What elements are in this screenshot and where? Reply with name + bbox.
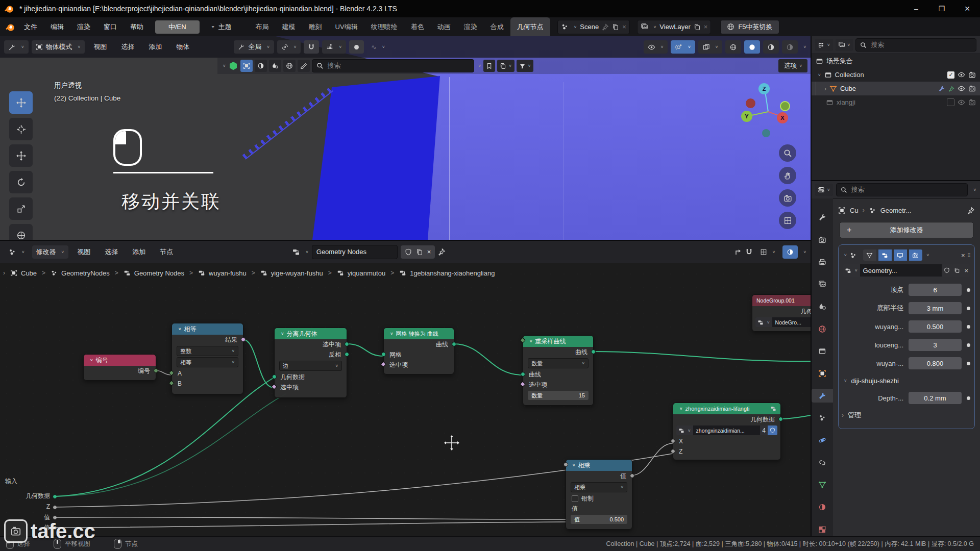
node-mesh-to-curve[interactable]: ∨网格 转换为 曲线 曲线 网格 选中项 [383, 328, 454, 374]
menu-edit[interactable]: 编辑 [44, 22, 70, 32]
menu-render[interactable]: 渲染 [70, 22, 97, 32]
overlays-dropdown[interactable]: ∨ [698, 40, 723, 54]
theme-menu[interactable]: ▼主题 [209, 22, 232, 32]
menu-node[interactable]: 节点 [154, 247, 179, 257]
fake-user-shield-icon[interactable] [768, 425, 777, 435]
node-group-selector[interactable]: ∨ Geometry... × [843, 264, 970, 277]
node-multiply[interactable]: ∨相乘 值 相乘∨ 钳制 值 值0.500 [566, 459, 632, 530]
tool-transform-move[interactable] [9, 144, 33, 167]
tab-scene[interactable] [812, 300, 833, 314]
overlay-toggle[interactable] [782, 245, 798, 259]
unlink-icon[interactable]: × [962, 264, 970, 277]
socket-result[interactable] [241, 337, 246, 342]
eye-icon[interactable] [958, 85, 965, 92]
tab-sculpting[interactable]: 雕刻 [302, 17, 329, 36]
tab-modeling[interactable]: 建模 [276, 17, 302, 36]
equal-op-dropdown[interactable]: 相等∨ [177, 357, 238, 367]
proportional-editing-toggle[interactable] [349, 40, 364, 54]
mode-dropdown[interactable]: 物体模式∨ [32, 40, 85, 54]
tool-cursor[interactable] [9, 118, 33, 140]
animate-dot[interactable] [967, 396, 970, 400]
bookmark-button[interactable] [483, 60, 495, 72]
filter-world-toggle[interactable] [283, 60, 296, 72]
options-dropdown[interactable]: 选项∨ [778, 59, 807, 72]
animate-dot[interactable] [967, 343, 970, 347]
breadcrumb-yige-wuyan-fushu[interactable]: yige-wuyan-fushu [260, 269, 323, 277]
toggle-edit-mode[interactable] [878, 249, 892, 261]
node-resample-curve[interactable]: ∨重采样曲线 曲线 数量∨ 曲线 选中项 数量15 [523, 335, 594, 406]
math-op-dropdown[interactable]: 相乘∨ [571, 482, 627, 492]
camera-visibility-icon[interactable] [968, 98, 976, 106]
ortho-grid-button[interactable] [779, 212, 796, 229]
socket-out[interactable] [154, 368, 158, 373]
camera-visibility-icon[interactable] [968, 71, 976, 79]
options-chevron[interactable]: ∨ [973, 188, 976, 192]
filter-materials-toggle[interactable] [255, 60, 267, 72]
value-field[interactable]: 值0.500 [571, 515, 627, 524]
collapse-chevron[interactable]: ∨ [844, 253, 847, 257]
tool-move[interactable] [9, 91, 33, 114]
chevron-down-icon[interactable]: ∨ [478, 64, 482, 68]
tab-uv-editing[interactable]: UV编辑 [329, 17, 364, 36]
tab-rendering[interactable]: 渲染 [457, 17, 484, 36]
section-diji-shuju-shezhi[interactable]: ∨diji-shuju-shezhi [842, 372, 971, 389]
node-group-selector[interactable]: ∨ zhongxinzaidimian... 4 [676, 425, 777, 435]
camera-view-button[interactable] [779, 189, 796, 207]
outliner-row-collection[interactable]: ∨ Collection ✓ [812, 68, 980, 82]
breadcrumb-object[interactable]: Cu [850, 207, 859, 214]
geometry-node-editor[interactable]: ∨ 修改器∨ 视图 选择 添加 节点 ∨ Geometry Nodes × ∨ … [0, 240, 812, 537]
zoom-button[interactable] [779, 144, 796, 162]
axis-x-handle[interactable]: X [777, 112, 788, 123]
display-mode-dropdown[interactable]: ∨ [815, 39, 833, 51]
shading-dropdown-chevron[interactable]: ∨ [803, 45, 806, 49]
remove-modifier-icon[interactable]: × [961, 252, 965, 259]
unlink-tree-icon[interactable]: × [427, 248, 431, 256]
new-scene-icon[interactable] [612, 23, 619, 31]
parent-tree-icon[interactable] [734, 248, 742, 256]
viewlayer-selector[interactable]: ∨ ViewLayer × [637, 20, 712, 34]
editor-type-button[interactable]: ∨ [815, 184, 833, 196]
animate-dot[interactable] [967, 288, 970, 292]
menu-help[interactable]: 帮助 [124, 22, 150, 32]
outliner-row-cube[interactable]: › Cube [812, 82, 980, 95]
tab-object[interactable] [812, 367, 833, 381]
toggle-realtime[interactable] [894, 249, 907, 261]
resample-mode-dropdown[interactable]: 数量∨ [528, 358, 589, 368]
eye-icon[interactable] [958, 71, 965, 79]
axis-z-handle[interactable]: Z [758, 83, 770, 94]
breadcrumb-geometry-nodes[interactable]: Geometry Nodes [124, 269, 184, 277]
socket-x-in[interactable] [671, 439, 675, 443]
socket-geometry-out[interactable] [778, 417, 783, 421]
tab-animation[interactable]: 动画 [431, 17, 457, 36]
domain-dropdown[interactable]: 边∨ [279, 361, 342, 371]
collapse-chevron[interactable]: ∨ [223, 64, 226, 68]
node-group-selector[interactable]: ∨ NodeGro... [755, 317, 812, 327]
snap-toggle[interactable] [304, 40, 319, 54]
overlay-dropdown-chevron[interactable]: ∨ [803, 250, 806, 254]
extras-chevron[interactable]: ∨ [926, 253, 930, 257]
checkbox-checked-icon[interactable]: ✓ [947, 71, 954, 79]
socket-mesh-in[interactable] [381, 352, 386, 357]
socket-curve-out[interactable] [591, 349, 596, 354]
new-viewlayer-icon[interactable] [694, 23, 701, 31]
tab-compositing[interactable]: 合成 [484, 17, 510, 36]
user-count-badge[interactable]: 4 [760, 425, 768, 435]
breadcrumb-yiquanmutou[interactable]: yiquanmutou [337, 269, 385, 277]
count-value-field[interactable]: 数量15 [528, 391, 589, 400]
menu-view[interactable]: 视图 [88, 42, 112, 52]
pivot-point-dropdown[interactable]: ∨ [277, 40, 301, 54]
fake-user-shield-icon[interactable] [405, 248, 412, 256]
f5-language-switch-button[interactable]: F5中英切换 [720, 20, 779, 34]
pin-icon[interactable] [438, 248, 446, 256]
filter-funnel-button[interactable]: ∨ [517, 60, 534, 72]
param-value-field[interactable]: 0.800 [909, 357, 962, 369]
node-id[interactable]: ∨编号 编号 [83, 354, 156, 381]
checkbox-unchecked-icon[interactable] [947, 98, 954, 106]
camera-visibility-icon[interactable] [968, 85, 976, 92]
tab-geometry-nodes[interactable]: 几何节点 [510, 17, 550, 36]
node-group-001[interactable]: NodeGroup.001 几何数据 ∨ NodeGro... [752, 294, 812, 332]
visibility-dropdown[interactable]: ∨ [644, 40, 668, 54]
breadcrumb-wuyan-fushu[interactable]: wuyan-fushu [198, 269, 247, 277]
tab-collection[interactable] [812, 344, 833, 358]
pin-icon[interactable] [602, 23, 609, 31]
